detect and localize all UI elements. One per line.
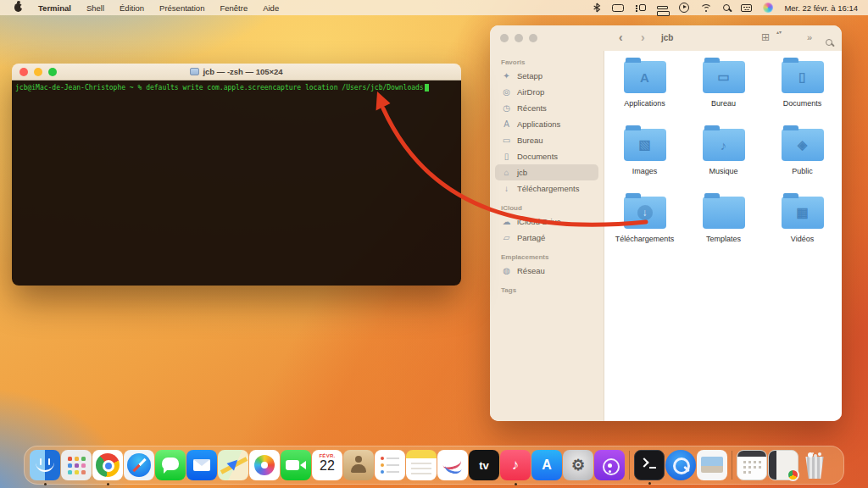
folder-templates[interactable]: Templates (684, 193, 763, 261)
dock-calendar-icon[interactable]: FÉVR.22 (312, 450, 342, 480)
bluetooth-icon[interactable] (593, 2, 601, 14)
network-icon: ◍ (501, 266, 512, 275)
play-circle-icon[interactable] (679, 3, 689, 13)
folder-applications[interactable]: AApplications (605, 58, 684, 125)
dock-notes-icon[interactable] (406, 450, 437, 480)
menu-terminal[interactable]: Terminal (31, 3, 79, 13)
dock-terminal-icon[interactable] (634, 450, 665, 480)
dock-reglages-systeme-icon[interactable]: ⚙ (563, 450, 593, 480)
terminal-window-title: jcb — -zsh — 105×24 (12, 67, 461, 76)
menu-bar-clock[interactable]: Mer. 22 févr. à 16:14 (784, 3, 858, 13)
dock-finder-icon[interactable] (30, 450, 60, 480)
finder-search-button[interactable] (826, 34, 832, 49)
folder-label: Musique (709, 167, 737, 175)
dock-plans-icon[interactable] (218, 450, 248, 480)
folder-public[interactable]: ◈Public (763, 125, 842, 193)
folder-icon-telechargements: ↓ (624, 197, 666, 229)
folder-icon-documents: ▯ (782, 61, 824, 93)
siri-icon[interactable] (763, 3, 773, 13)
folder-telechargements[interactable]: ↓Téléchargements (605, 193, 684, 261)
folder-label: Téléchargements (615, 235, 675, 243)
terminal-body[interactable]: jcb@iMac-de-Jean-Christophe ~ % defaults… (12, 80, 461, 286)
sidebar-item-telechargements[interactable]: ↓Téléchargements (495, 180, 598, 197)
drive-stack-icon[interactable] (657, 6, 668, 9)
dock-rappels-icon[interactable] (375, 450, 405, 480)
sidebar-item-setapp[interactable]: ✦Setapp (495, 68, 598, 84)
menu-fenetre[interactable]: Fenêtre (212, 3, 255, 13)
dock-freeform-icon[interactable] (437, 450, 468, 480)
sidebar-item-jcb[interactable]: ⌂jcb (495, 164, 598, 180)
wifi-icon[interactable] (700, 3, 712, 13)
dock-quicktime-icon[interactable] (665, 450, 696, 480)
dock-musique-icon[interactable]: ♪ (500, 450, 531, 480)
dock-tv-icon[interactable]: tv (469, 450, 499, 480)
dock-podcasts-icon[interactable] (594, 450, 625, 480)
sidebar-item-applications[interactable]: AApplications (495, 116, 598, 132)
display-icon[interactable] (612, 4, 624, 12)
apple-menu-icon[interactable] (14, 3, 22, 12)
folder-bureau[interactable]: ▭Bureau (684, 58, 763, 125)
finder-content: AApplications ▭Bureau ▯Documents ▧Images… (605, 51, 842, 421)
folder-icon-images: ▧ (624, 129, 666, 161)
dock-minimized-window-2[interactable] (768, 450, 798, 480)
running-indicator (107, 483, 109, 485)
dock-safari-icon[interactable] (124, 450, 154, 480)
dock-facetime-icon[interactable] (281, 450, 311, 480)
back-button[interactable]: ‹ (619, 30, 623, 44)
dock-preview-image-icon[interactable] (697, 450, 727, 480)
minimize-button[interactable] (515, 34, 523, 42)
close-button[interactable] (500, 34, 509, 42)
running-indicator (648, 482, 651, 485)
forward-button[interactable]: › (641, 30, 645, 44)
finder-window-title: jcb (661, 33, 673, 42)
view-selector-arrows-icon[interactable]: ▴▾ (776, 30, 782, 36)
sidebar-item-documents[interactable]: ▯Documents (495, 148, 598, 164)
dock-launchpad-icon[interactable] (61, 450, 92, 480)
sidebar-item-label: AirDrop (517, 87, 544, 97)
dock-photos-icon[interactable] (249, 450, 280, 480)
menu-edition[interactable]: Édition (112, 3, 152, 13)
toolbar-overflow-chevron[interactable]: » (807, 32, 812, 42)
folder-videos[interactable]: ▦Vidéos (763, 193, 842, 261)
sidebar-item-label: jcb (517, 168, 527, 177)
zoom-button[interactable] (529, 34, 537, 42)
terminal-window: jcb — -zsh — 105×24 jcb@iMac-de-Jean-Chr… (12, 64, 461, 286)
sidebar-item-partage[interactable]: ▱Partagé (495, 230, 598, 246)
sidebar-item-recents[interactable]: ◷Récents (495, 100, 598, 116)
dock-divider (629, 451, 630, 480)
sidebar-item-airdrop[interactable]: ◎AirDrop (495, 84, 598, 100)
stage-manager-icon[interactable] (639, 4, 646, 11)
dock-contacts-icon[interactable] (343, 450, 374, 480)
sidebar-item-icloud-drive[interactable]: ☁iCloud Drive (495, 214, 598, 230)
spotlight-icon[interactable] (723, 4, 730, 11)
folder-images[interactable]: ▧Images (605, 125, 684, 193)
icloud-drive-icon: ☁ (501, 217, 512, 226)
dock-app-store-icon[interactable]: A (531, 450, 562, 480)
sidebar-item-label: Téléchargements (517, 184, 579, 193)
dock-messages-icon[interactable] (155, 450, 186, 480)
menu-shell[interactable]: Shell (79, 3, 112, 13)
dock-corbeille-icon[interactable] (799, 450, 830, 480)
folder-label: Applications (624, 99, 665, 108)
sidebar-item-bureau[interactable]: ▭Bureau (495, 132, 598, 148)
dock-chrome-icon[interactable] (92, 450, 123, 480)
menu-presentation[interactable]: Présentation (152, 3, 212, 13)
menu-aide[interactable]: Aide (255, 3, 287, 13)
dock-mail-icon[interactable] (186, 450, 217, 480)
sidebar-item-label: iCloud Drive (517, 217, 561, 226)
running-indicator (515, 483, 517, 485)
sidebar-item-reseau[interactable]: ◍Réseau (495, 263, 598, 279)
sidebar-section-emplacements: Emplacements (501, 253, 604, 261)
sidebar-item-label: Setapp (517, 71, 542, 80)
keyboard-icon[interactable] (741, 4, 752, 12)
view-grid-icon[interactable]: ⊞ (761, 31, 770, 43)
dock-minimized-window-1[interactable] (737, 450, 767, 480)
terminal-titlebar[interactable]: jcb — -zsh — 105×24 (12, 64, 461, 80)
folder-documents[interactable]: ▯Documents (763, 58, 842, 125)
documents-icon: ▯ (501, 152, 512, 161)
folder-musique[interactable]: ♪Musique (684, 125, 763, 193)
terminal-command-line: jcb@iMac-de-Jean-Christophe ~ % defaults… (15, 84, 458, 92)
finder-sidebar: Favoris ✦Setapp ◎AirDrop ◷Récents AAppli… (490, 51, 604, 421)
folder-label: Images (632, 167, 658, 175)
folder-label: Public (792, 167, 813, 175)
